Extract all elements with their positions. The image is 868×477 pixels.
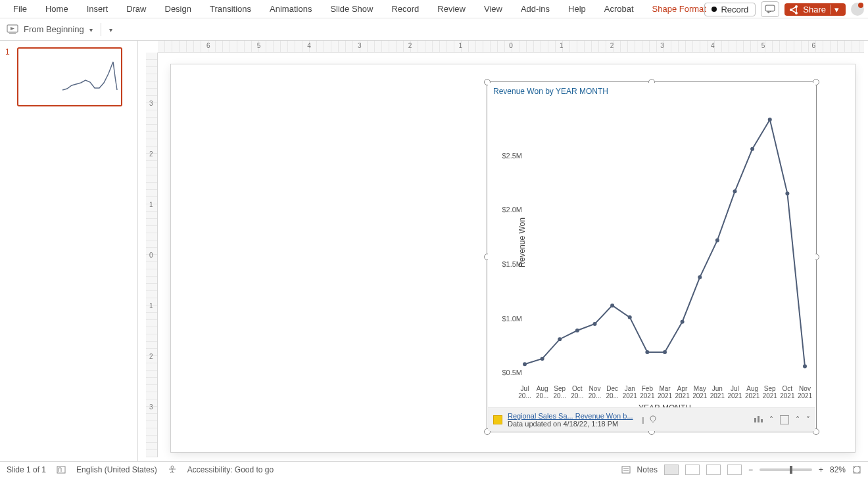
- ribbon: File Home Insert Draw Design Transitions…: [0, 0, 868, 18]
- chart-updated-label: Data updated on 4/18/22, 1:18 PM: [508, 420, 633, 428]
- ruler-v-label: 3: [149, 403, 153, 411]
- share-label: Share: [803, 5, 826, 14]
- tab-slide-show[interactable]: Slide Show: [321, 0, 382, 18]
- chart-footer-links: Regional Sales Sa... Revenue Won b... Da…: [508, 412, 633, 428]
- ruler-h-label: 2: [408, 42, 412, 49]
- chart-point: [681, 320, 685, 324]
- share-button[interactable]: Share ▾: [784, 3, 846, 16]
- chevron-up-icon-2[interactable]: ˄: [796, 415, 800, 424]
- fit-to-window-icon[interactable]: [852, 465, 861, 474]
- status-bar: Slide 1 of 1 English (United States) Acc…: [0, 461, 868, 477]
- slide[interactable]: Revenue Won by YEAR MONTH Revenue Won YE…: [171, 64, 855, 452]
- comment-icon: [765, 5, 775, 14]
- svg-point-2: [795, 5, 798, 8]
- share-chevron-icon[interactable]: ▾: [830, 5, 839, 14]
- tab-home[interactable]: Home: [36, 0, 78, 18]
- tab-acrobat[interactable]: Acrobat: [595, 0, 643, 18]
- ruler-v-label: 3: [149, 100, 153, 107]
- workspace: 1 6543210123456 3210123: [0, 41, 868, 461]
- slide-canvas-area[interactable]: 6543210123456 3210123 Revenue Won by YEA…: [138, 41, 868, 461]
- svg-point-1: [790, 9, 792, 11]
- chevron-down-icon[interactable]: ˅: [806, 415, 810, 424]
- chart-point: [785, 192, 789, 196]
- chart-point: [750, 147, 754, 151]
- chart-footer: Regional Sales Sa... Revenue Won b... Da…: [488, 407, 815, 431]
- zoom-in-button[interactable]: +: [819, 465, 823, 474]
- from-beginning-label[interactable]: From Beginning: [24, 24, 84, 34]
- notes-icon: [621, 465, 631, 474]
- thumbnail-pane[interactable]: 1: [0, 41, 138, 461]
- view-sorter-button[interactable]: [685, 465, 700, 475]
- share-icon: [790, 5, 799, 14]
- status-language[interactable]: English (United States): [76, 465, 157, 474]
- ruler-v-label: 2: [149, 353, 153, 360]
- view-slideshow-button[interactable]: [727, 465, 742, 475]
- tab-design[interactable]: Design: [156, 0, 201, 18]
- account-icon[interactable]: [851, 3, 864, 16]
- chart-plot-area: Revenue Won YEAR MONTH $0.5M$1.0M$1.5M$2…: [525, 101, 805, 384]
- from-beginning-chevron-icon[interactable]: [89, 24, 93, 34]
- comments-button[interactable]: [761, 1, 779, 17]
- tab-animations[interactable]: Animations: [260, 0, 321, 18]
- chart-point: [523, 362, 527, 366]
- status-accessibility[interactable]: Accessibility: Good to go: [187, 465, 274, 474]
- chart-point: [575, 329, 579, 332]
- thumbnail-row: 1: [5, 47, 132, 106]
- status-right-group: Notes − + 82%: [621, 465, 861, 475]
- y-tick-label: $1.0M: [502, 315, 522, 323]
- chart-expand-icon[interactable]: [780, 415, 789, 424]
- record-label: Record: [721, 5, 748, 14]
- svg-rect-10: [622, 466, 630, 473]
- tab-insert[interactable]: Insert: [78, 0, 118, 18]
- zoom-slider[interactable]: [760, 468, 812, 471]
- tab-view[interactable]: View: [475, 0, 512, 18]
- powerbi-icon: [493, 415, 502, 424]
- y-tick-label: $2.5M: [502, 152, 522, 160]
- record-button[interactable]: Record: [704, 3, 756, 16]
- tab-file[interactable]: File: [4, 0, 36, 18]
- chart-point: [715, 238, 719, 242]
- ruler-h-label: 5: [257, 42, 261, 49]
- chart-point: [768, 118, 772, 122]
- ribbon-right-controls: Record Share ▾: [704, 1, 864, 17]
- tab-draw[interactable]: Draw: [117, 0, 155, 18]
- chart-pin-icon[interactable]: [649, 415, 657, 424]
- svg-rect-6: [758, 416, 760, 422]
- spellcheck-icon[interactable]: [57, 465, 66, 474]
- ruler-h-label: 4: [711, 42, 715, 49]
- chart-point: [803, 365, 807, 369]
- tab-transitions[interactable]: Transitions: [201, 0, 260, 18]
- svg-point-9: [171, 466, 174, 468]
- zoom-slider-thumb[interactable]: [790, 466, 792, 474]
- view-normal-button[interactable]: [664, 465, 679, 475]
- svg-rect-5: [754, 418, 756, 422]
- notes-button[interactable]: Notes: [637, 465, 658, 474]
- chart-point: [541, 357, 544, 361]
- zoom-out-button[interactable]: −: [748, 465, 753, 474]
- chart-point: [593, 322, 597, 326]
- chevron-up-icon[interactable]: ˄: [769, 415, 773, 424]
- tab-record[interactable]: Record: [382, 0, 428, 18]
- zoom-value[interactable]: 82%: [830, 465, 846, 474]
- status-slide-info: Slide 1 of 1: [7, 465, 46, 474]
- chart-point: [663, 350, 667, 354]
- view-reading-button[interactable]: [706, 465, 721, 475]
- horizontal-ruler: 6543210123456: [158, 41, 864, 53]
- qat-customize-chevron-icon[interactable]: [109, 24, 112, 34]
- ruler-h-label: 0: [509, 42, 513, 49]
- from-beginning-icon[interactable]: [7, 24, 18, 35]
- tab-review[interactable]: Review: [428, 0, 475, 18]
- accessibility-icon: [168, 465, 177, 474]
- ruler-h-label: 6: [206, 42, 210, 49]
- ruler-h-label: 1: [560, 42, 564, 49]
- chart-object[interactable]: Revenue Won by YEAR MONTH Revenue Won YE…: [488, 83, 815, 431]
- tab-help[interactable]: Help: [559, 0, 595, 18]
- tab-add-ins[interactable]: Add-ins: [512, 0, 559, 18]
- ruler-v-label: 2: [149, 150, 153, 158]
- ruler-v-label: 1: [149, 201, 153, 208]
- ruler-h-label: 1: [459, 42, 463, 49]
- y-tick-label: $0.5M: [502, 369, 522, 376]
- slide-thumbnail-1[interactable]: [17, 47, 122, 106]
- chart-source-link[interactable]: Regional Sales Sa... Revenue Won b...: [508, 412, 633, 420]
- chart-type-icon[interactable]: [754, 414, 763, 425]
